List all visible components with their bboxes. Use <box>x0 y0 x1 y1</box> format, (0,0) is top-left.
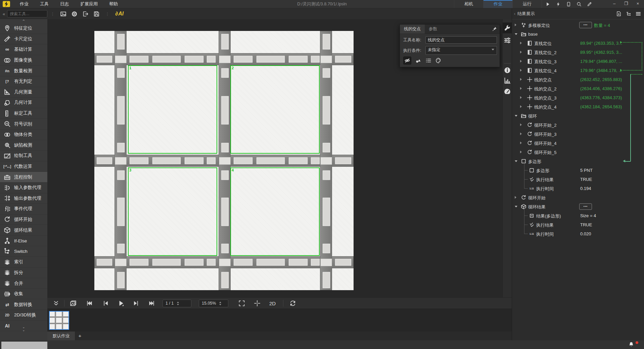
menu-4[interactable]: 帮助 <box>103 0 124 8</box>
tree-row-直线定位_2[interactable]: 直线定位_289.95° (4362.915, 3... <box>512 48 644 57</box>
mode-tab-作业[interactable]: 作业 <box>484 0 513 8</box>
wrench-icon[interactable] <box>504 24 511 32</box>
tool-item-几何测量[interactable]: 几何测量 <box>0 87 47 98</box>
collapse-arrow-icon[interactable] <box>515 160 517 162</box>
expand-arrow-icon[interactable] <box>520 51 522 53</box>
tree-row-线的交点_3[interactable]: 线的交点_3(4363.776, 4384.373) <box>512 93 644 102</box>
eye-off-icon[interactable] <box>403 56 411 65</box>
expand-arrow-icon[interactable] <box>515 24 516 26</box>
expand-arrow-icon[interactable] <box>520 151 522 153</box>
tree-row-直线定位_3[interactable]: 直线定位_3179.94° (3496.807, ... <box>512 57 644 66</box>
menu-2[interactable]: 日志 <box>54 0 75 8</box>
tool-item-循环开始[interactable]: 循环开始 <box>0 215 47 225</box>
tree-row-直线定位[interactable]: 直线定位89.94° (2633.353, 3... <box>512 39 644 48</box>
tree-row-循环[interactable]: 循环 <box>512 111 644 120</box>
tool-item-特征定位[interactable]: 特征定位 <box>0 23 47 34</box>
expand-arrow-icon[interactable] <box>520 42 522 44</box>
play-icon[interactable] <box>118 300 124 307</box>
tree-row-结果(多边形)[interactable]: 结果(多边形)Size = 4 <box>512 211 644 220</box>
gauge-icon[interactable] <box>504 88 511 95</box>
tool-item-卡尺定位[interactable]: 卡尺定位 <box>0 34 47 45</box>
tool-item-事件代理[interactable]: 事件代理 <box>0 204 47 215</box>
mode-2d-button[interactable]: 2D <box>269 301 276 306</box>
tree-row-线的交点_4[interactable]: 线的交点_4(4362.184, 2654.563) <box>512 102 644 111</box>
tool-item-图像变换[interactable]: 图像变换 <box>0 55 47 66</box>
tool-item-有无判定[interactable]: [?有无判定 <box>0 76 47 87</box>
skip-end-icon[interactable] <box>148 300 155 307</box>
shapes-icon[interactable] <box>415 57 421 64</box>
frame-spinner[interactable]: 1 / 1 <box>163 300 191 307</box>
tree-row-执行时间[interactable]: 1.11执行时间0.194 <box>512 184 644 193</box>
tool-item-缺陷检测[interactable]: 缺陷检测 <box>0 140 47 151</box>
more-button[interactable]: ••• <box>579 22 592 28</box>
expand-arrow-icon[interactable] <box>520 60 522 63</box>
tool-item-数量检测[interactable]: #n数量检测 <box>0 66 47 76</box>
tree-row-循环开始_4[interactable]: 循环开始_4 <box>512 139 644 148</box>
menu-0[interactable]: 作业 <box>14 0 34 8</box>
images-icon[interactable] <box>70 300 77 307</box>
tool-item-几何计算[interactable]: 几何计算 <box>0 98 47 108</box>
search-input[interactable] <box>7 10 47 17</box>
inspection-image[interactable]: 1234 <box>94 31 354 290</box>
tool-item-物体分类[interactable]: 物体分类 <box>0 129 47 140</box>
expand-arrow-icon[interactable] <box>520 123 522 126</box>
tool-item-收集[interactable]: 收集 <box>0 289 47 300</box>
zoom-spinner[interactable]: 15.05% <box>199 300 228 307</box>
chart-icon[interactable] <box>504 77 511 84</box>
tool-item-If-Else[interactable]: If-Else <box>0 236 47 246</box>
expand-arrow-icon[interactable] <box>520 87 522 90</box>
search2-icon[interactable] <box>577 2 582 7</box>
tool-item-2D/3D转换[interactable]: 2D2D/3D转换 <box>0 310 47 321</box>
pin-tack-icon[interactable] <box>492 27 497 31</box>
sliders-icon[interactable] <box>504 37 511 44</box>
ai-assistant-button[interactable]: ∂ AI <box>115 11 124 17</box>
device-icon[interactable] <box>566 2 571 7</box>
tool-item-拆分[interactable]: 拆分 <box>0 268 47 278</box>
panel-tab-线的交点[interactable]: 线的交点 <box>400 25 425 34</box>
minimize-button[interactable]: – <box>608 0 620 8</box>
slash-icon[interactable] <box>587 2 592 7</box>
tree-row-执行结果[interactable]: 执行结果TRUE <box>512 175 644 184</box>
mode-tab-相机[interactable]: 相机 <box>454 0 484 8</box>
menu-1[interactable]: 工具 <box>34 0 54 8</box>
tool-item-循环结果[interactable]: 循环结果 <box>0 225 47 236</box>
tree-row-base[interactable]: base <box>512 30 644 39</box>
mode-tab-运行[interactable]: 运行 <box>513 0 542 8</box>
tool-item-索引[interactable]: 索引 <box>0 257 47 268</box>
prev-frame-icon[interactable] <box>102 300 109 307</box>
image-thumbnail[interactable] <box>49 311 69 330</box>
expand-arrow-icon[interactable] <box>520 132 522 135</box>
tool-item-标定工具[interactable]: 标定工具 <box>0 108 47 119</box>
tree-row-循环结果[interactable]: 循环结果••• <box>512 202 644 211</box>
palette-icon[interactable] <box>435 57 442 64</box>
tree-row-循环开始[interactable]: 循环开始 <box>512 193 644 202</box>
tool-item-流程控制[interactable]: 流程控制 <box>0 172 47 183</box>
collapse-arrow-icon[interactable] <box>515 33 517 35</box>
tree-row-执行结果[interactable]: 执行结果TRUE <box>512 220 644 229</box>
tree-row-线的交点_2[interactable]: 线的交点_2(2634.406, 4386.276) <box>512 84 644 93</box>
tree-row-循环开始_3[interactable]: 循环开始_3 <box>512 129 644 139</box>
expand-arrow-icon[interactable] <box>520 96 522 99</box>
more-button[interactable]: ••• <box>579 203 592 210</box>
maximize-button[interactable]: ❐ <box>620 0 632 8</box>
fullscreen-icon[interactable] <box>238 300 245 307</box>
collapse-arrow-icon[interactable] <box>515 206 517 207</box>
tree-row-循环开始_5[interactable]: 循环开始_5 <box>512 148 644 157</box>
tool-item-基础计算[interactable]: ∞基础计算 <box>0 44 47 55</box>
export-icon[interactable] <box>82 11 89 17</box>
repeat-icon[interactable] <box>289 300 296 307</box>
collapse-panel-icon[interactable]: « <box>3 11 4 16</box>
skip-start-icon[interactable] <box>86 300 93 307</box>
menu-3[interactable]: 扩展应用 <box>75 0 103 8</box>
execute-condition-select[interactable]: 未指定 <box>425 46 497 55</box>
image-icon[interactable] <box>60 11 66 17</box>
tool-item-输入参数代理[interactable]: 输入参数代理 <box>0 183 47 193</box>
menu-icon[interactable] <box>636 11 641 16</box>
job-tab-default[interactable]: 默认作业 <box>47 332 75 340</box>
collapse-arrow-icon[interactable] <box>515 115 517 117</box>
chevron-left-icon[interactable]: ‹ <box>514 11 515 16</box>
tool-item-代数运算[interactable]: [¹⁰₀₁]代数运算 <box>0 161 47 172</box>
tree-row-循环开始_2[interactable]: 循环开始_2 <box>512 120 644 129</box>
tool-item-数据转换[interactable]: ⇄数据转换 <box>0 299 47 310</box>
notification-bell-icon[interactable] <box>629 342 634 347</box>
